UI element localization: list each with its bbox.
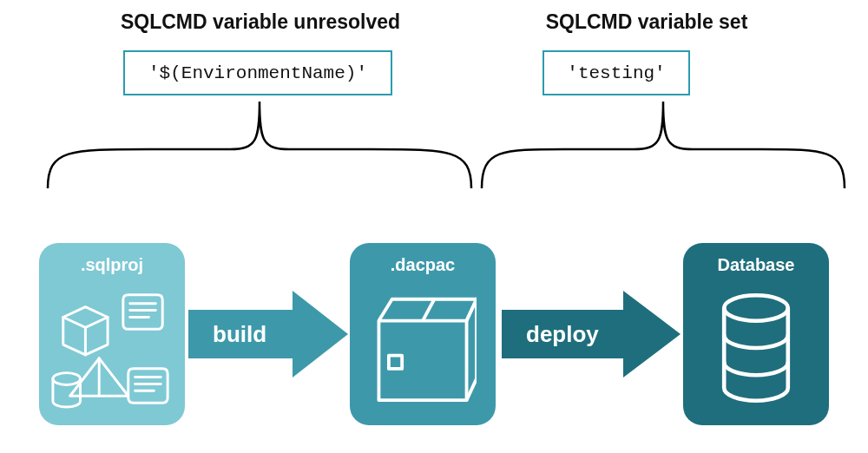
flow-row: .sqlproj [39, 243, 846, 430]
codebox-set: 'testing' [542, 50, 690, 95]
card-dacpac: .dacpac [350, 243, 496, 425]
arrow-deploy: deploy [502, 291, 681, 378]
database-icon [716, 288, 796, 408]
svg-rect-2 [389, 356, 402, 369]
arrow-build: build [188, 291, 348, 378]
arrow-deploy-label: deploy [502, 321, 599, 348]
brace-left-icon [43, 97, 476, 193]
arrow-build-label: build [188, 321, 266, 348]
brace-right-icon [477, 97, 849, 193]
heading-unresolved: SQLCMD variable unresolved [91, 10, 430, 34]
svg-point-0 [53, 373, 81, 385]
package-box-icon [369, 288, 477, 410]
card-database-title: Database [694, 255, 819, 275]
card-dacpac-title: .dacpac [360, 255, 485, 275]
card-sqlproj-title: .sqlproj [49, 255, 174, 275]
heading-set: SQLCMD variable set [464, 10, 829, 34]
codebox-unresolved: '$(EnvironmentName)' [123, 50, 392, 95]
sqlproj-shapes-icon [48, 283, 176, 415]
card-sqlproj: .sqlproj [39, 243, 185, 425]
svg-point-4 [724, 295, 788, 320]
card-database: Database [683, 243, 829, 425]
